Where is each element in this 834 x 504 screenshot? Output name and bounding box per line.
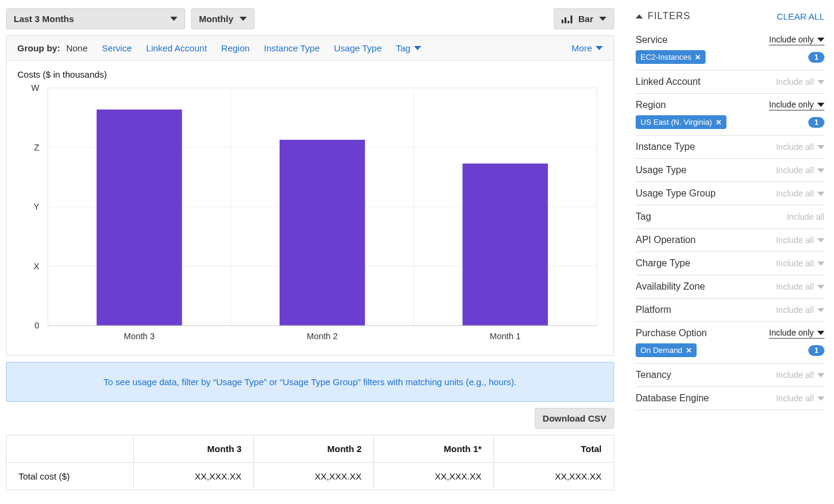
table-header-month-1: Month 1* — [374, 435, 494, 463]
filter-mode-selector[interactable]: Include all — [776, 259, 824, 268]
table-cell-row-label: Total cost ($) — [7, 463, 134, 490]
filter-row[interactable]: Usage Type GroupInclude all — [636, 182, 824, 205]
groupby-option-usage-type[interactable]: Usage Type — [334, 43, 382, 53]
filter-mode-selector[interactable]: Include all — [776, 165, 824, 175]
svg-rect-14 — [280, 140, 365, 325]
filter-name: Service — [636, 35, 667, 45]
chevron-down-icon — [817, 397, 824, 401]
chevron-down-icon — [817, 38, 824, 42]
svg-text:Month 2: Month 2 — [307, 331, 338, 341]
groupby-label: Group by: — [17, 43, 60, 53]
filter-row[interactable]: Usage TypeInclude all — [636, 159, 824, 182]
filter-row[interactable]: PlatformInclude all — [636, 299, 824, 322]
filter-row[interactable]: Linked AccountInclude all — [636, 70, 824, 94]
filter-chip[interactable]: US East (N. Virginia)✕ — [636, 115, 726, 129]
chevron-down-icon — [817, 262, 824, 266]
chevron-down-icon — [817, 168, 824, 173]
filter-mode-selector[interactable]: Include only — [769, 100, 824, 110]
filter-mode-selector[interactable]: Include all — [776, 282, 824, 291]
filter-count-badge: 1 — [808, 345, 824, 356]
chart-panel: Group by: None Service Linked Account Re… — [6, 35, 614, 356]
table-header-month-2: Month 2 — [254, 435, 374, 463]
date-range-selector[interactable]: Last 3 Months — [6, 8, 185, 29]
filter-row[interactable]: TenancyInclude all — [636, 364, 824, 387]
chevron-down-icon — [817, 238, 824, 242]
filter-name: Region — [636, 100, 666, 110]
filter-row[interactable]: TagInclude all — [636, 205, 824, 229]
chevron-down-icon — [817, 308, 824, 312]
filter-mode-selector[interactable]: Include all — [776, 235, 824, 245]
filter-mode-selector[interactable]: Include only — [769, 35, 824, 45]
filter-mode-selector[interactable]: Include all — [787, 212, 824, 222]
filter-mode-selector[interactable]: Include all — [776, 189, 824, 198]
svg-text:Month 1: Month 1 — [490, 331, 521, 341]
remove-chip-icon[interactable]: ✕ — [716, 118, 722, 127]
remove-chip-icon[interactable]: ✕ — [695, 53, 701, 62]
usage-data-info-banner: To see usage data, filter by “Usage Type… — [6, 362, 614, 402]
cost-table: Month 3 Month 2 Month 1* Total Total cos… — [6, 435, 614, 490]
filter-row[interactable]: Availability ZoneInclude all — [636, 275, 824, 299]
filter-name: Usage Type Group — [636, 188, 716, 199]
filter-name: Tenancy — [636, 370, 672, 380]
filter-name: Charge Type — [636, 258, 690, 269]
filter-name: Usage Type — [636, 165, 686, 176]
filter-mode-selector[interactable]: Include all — [776, 77, 824, 87]
filter-row[interactable]: Charge TypeInclude all — [636, 252, 824, 275]
svg-text:Y: Y — [33, 202, 39, 211]
filter-name: Purchase Option — [636, 328, 707, 339]
filter-row[interactable]: ServiceInclude onlyEC2-Instances✕1 — [636, 29, 824, 70]
filter-row[interactable]: RegionInclude onlyUS East (N. Virginia)✕… — [636, 94, 824, 136]
filter-name: Tag — [636, 211, 651, 222]
chart-type-selector[interactable]: Bar — [554, 8, 614, 29]
svg-rect-17 — [462, 164, 548, 325]
filter-row[interactable]: Database EngineInclude all — [636, 387, 824, 410]
filter-mode-selector[interactable]: Include all — [776, 142, 824, 152]
clear-all-filters[interactable]: CLEAR ALL — [777, 11, 824, 21]
filter-name: Platform — [636, 305, 672, 315]
filter-mode-selector[interactable]: Include only — [769, 328, 824, 339]
table-header-row: Month 3 Month 2 Month 1* Total — [7, 435, 614, 463]
filter-mode-selector[interactable]: Include all — [776, 394, 824, 403]
table-cell-total: XX,XXX.XX — [494, 463, 614, 490]
svg-text:Month 3: Month 3 — [124, 331, 155, 341]
filter-mode-selector[interactable]: Include all — [776, 370, 824, 380]
groupby-option-linked-account[interactable]: Linked Account — [146, 43, 207, 53]
chevron-up-icon — [636, 14, 643, 19]
chevron-down-icon — [817, 285, 824, 289]
filter-name: API Operation — [636, 235, 696, 245]
chevron-down-icon — [240, 17, 247, 21]
groupby-option-tag[interactable]: Tag — [396, 43, 421, 53]
groupby-more[interactable]: More — [572, 43, 603, 53]
granularity-selector[interactable]: Monthly — [191, 8, 255, 29]
granularity-label: Monthly — [199, 14, 234, 24]
filter-chip[interactable]: On Demand✕ — [636, 343, 697, 357]
chevron-down-icon — [817, 331, 824, 335]
chevron-down-icon — [817, 145, 824, 149]
groupby-option-region[interactable]: Region — [221, 43, 250, 53]
filter-name: Linked Account — [636, 76, 701, 87]
chevron-down-icon — [817, 373, 824, 377]
filter-mode-selector[interactable]: Include all — [776, 305, 824, 315]
download-csv-button[interactable]: Download CSV — [535, 408, 614, 429]
groupby-option-instance-type[interactable]: Instance Type — [264, 43, 320, 53]
filter-row[interactable]: Purchase OptionInclude onlyOn Demand✕1 — [636, 322, 824, 364]
filter-name: Instance Type — [636, 142, 695, 152]
svg-text:0: 0 — [35, 321, 39, 330]
table-header-total: Total — [494, 435, 614, 463]
groupby-option-service[interactable]: Service — [102, 43, 132, 53]
remove-chip-icon[interactable]: ✕ — [686, 346, 692, 355]
filter-row[interactable]: API OperationInclude all — [636, 229, 824, 252]
groupby-current: None — [66, 43, 88, 53]
chevron-down-icon — [817, 192, 824, 196]
filters-title[interactable]: FILTERS — [636, 11, 691, 21]
filter-chip[interactable]: EC2-Instances✕ — [636, 50, 706, 64]
filter-row[interactable]: Instance TypeInclude all — [636, 136, 824, 159]
filter-name: Database Engine — [636, 393, 709, 404]
table-cell-month-3: XX,XXX.XX — [134, 463, 254, 490]
table-header-empty — [7, 435, 134, 463]
chart-toolbar: Last 3 Months Monthly Bar — [6, 8, 614, 29]
svg-text:X: X — [33, 262, 39, 271]
table-cell-month-2: XX,XXX.XX — [254, 463, 374, 490]
chart-title: Costs ($ in thousands) — [17, 69, 603, 79]
chevron-down-icon — [599, 17, 606, 21]
